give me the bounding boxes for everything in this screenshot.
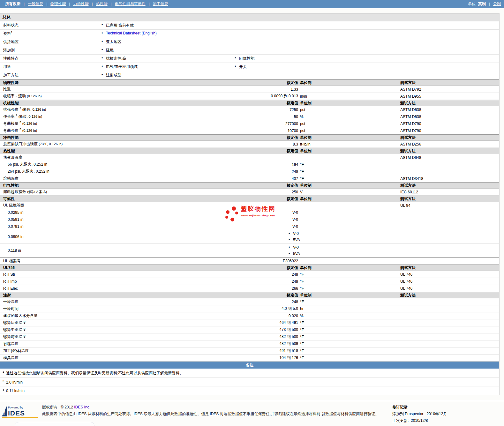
general-row-label: 资料1 (0, 31, 102, 36)
property-row: 螺筒后部温度464 到 491°F (0, 319, 499, 326)
property-unit: °F (298, 286, 400, 291)
general-row: 供货地区•亚太地区 (0, 38, 499, 46)
property-unit: ft·lb/in (298, 142, 400, 146)
updated-label: 上次更新: (392, 418, 409, 423)
footer-text: 版权所有 © 2012 IDES Inc. 此数据表中的信息由 IDES 从该材… (38, 404, 392, 424)
footnote-number: 2 (3, 379, 4, 383)
general-row-label: 供货地区 (0, 39, 102, 45)
property-test-method: ASTM D792 (400, 87, 499, 92)
nav-item-2[interactable]: 物理性能 (50, 1, 66, 7)
nav-item-3[interactable]: 力学性能 (73, 1, 88, 7)
unit-metric-link[interactable]: 公制 (493, 1, 501, 7)
column-header-value: 额定值 (245, 196, 298, 202)
property-value: 248 (245, 300, 298, 304)
added-value: 2010年12月 (426, 412, 447, 416)
property-unit: in/in (298, 94, 400, 99)
property-label: 熔融温度 (0, 176, 245, 181)
property-value: 482 到 500 (245, 334, 298, 340)
ad-banner-box[interactable] (15, 422, 94, 426)
property-row: 伸长率 2 (断裂, 0.126 in)50%ASTM D638 (0, 113, 499, 120)
property-value: 0.0090 到 0.013 (245, 93, 298, 99)
property-row: 射嘴温度482 到 509°F (0, 340, 499, 348)
column-header-unit: 单位制 (298, 183, 400, 188)
nav-separator: | (69, 2, 70, 6)
property-label: 热变形温度 (0, 155, 245, 160)
general-label-text: 供货地区 (3, 40, 19, 44)
footnote-number: 1 (3, 370, 4, 373)
property-value: 10700 (245, 129, 298, 133)
nav-item-4[interactable]: 热性能 (96, 1, 108, 7)
technical-datasheet-link[interactable]: Technical Datasheet (English) (106, 31, 157, 35)
property-unit: psi (298, 108, 400, 112)
column-header-value: 额定值 (245, 265, 298, 271)
property-label-text: 射嘴温度 (3, 341, 19, 346)
property-row: 加工(熔体)温度491 到 518°F (0, 348, 499, 355)
property-value: 248 (245, 279, 298, 284)
nav-separator: | (111, 2, 112, 6)
nav-item-0[interactable]: 所有数据 (5, 1, 20, 7)
general-row-values-1: •Technical Datasheet (English) (102, 31, 235, 35)
property-label: 弯曲模量 3 (0.126 in) (0, 121, 245, 126)
nav-item-6[interactable]: 加工信息 (153, 1, 168, 7)
column-header-method: 测试方法 (400, 80, 499, 86)
property-label-text: 加工(熔体)温度 (3, 348, 29, 353)
bullet-item: •Technical Datasheet (English) (102, 31, 235, 35)
property-label: 悬壁梁缺口冲击强度 (73°F, 0.126 in) (0, 141, 245, 147)
property-row: 66 psi, 未退火, 0.252 in194°F (0, 161, 499, 168)
nav-item-1[interactable]: 一般信息 (28, 1, 43, 7)
general-label-text: 资料 (3, 31, 11, 36)
general-value-text: 抗撞击性,高 (106, 56, 126, 61)
property-label-text: 干燥时间 (3, 306, 19, 311)
nav-item-5[interactable]: 电气性能与可燃性 (115, 1, 146, 7)
footnote-ref: 1 (11, 31, 12, 34)
property-row: 熔融温度437°FASTM D3418 (0, 175, 499, 182)
ides-inc-link[interactable]: IDES Inc. (74, 405, 90, 409)
property-test-method: UL 746 (400, 286, 499, 291)
property-label: UL 阻燃等级 (0, 203, 245, 208)
ides-i-glyph: i (3, 409, 5, 416)
property-label-text: 66 psi, 未退火, 0.252 in (8, 162, 47, 167)
property-value: V-0 (245, 217, 298, 222)
property-test-method: UL 746 (400, 279, 499, 284)
column-header-method: 测试方法 (400, 183, 499, 188)
property-row: 干燥时间4.0 到 5.0hr (0, 305, 499, 312)
property-label-text: 漏电起痕指数 (3, 190, 26, 194)
property-unit: °F (298, 169, 400, 174)
bullet-icon: • (102, 39, 106, 45)
property-value: V-0 (293, 244, 299, 250)
property-value: 491 到 518 (245, 348, 298, 354)
property-value: V-0 (245, 224, 298, 229)
property-label-text: 比重 (3, 87, 11, 91)
property-tables: 物理性能额定值单位制测试方法比重1.33ASTM D792收缩率 - 流动 (0… (0, 79, 499, 362)
general-row: 用途•电气/电子应用领域•开关 (0, 63, 499, 71)
ides-logo-icon: i Powered by IDES (2, 404, 38, 418)
general-row: 材料状态•已商用:当前有效 (0, 21, 499, 30)
column-header-method: 测试方法 (400, 148, 499, 154)
property-value: 482 到 509 (245, 341, 298, 347)
property-row: 螺筒中部温度473 到 500°F (0, 326, 499, 333)
bullet-icon: • (102, 48, 106, 53)
property-label: RTI Str (0, 272, 245, 277)
property-row: 热变形温度ASTM D648 (0, 154, 499, 161)
property-unit: °F (298, 272, 400, 277)
updated-value: 2010/12/8 (411, 418, 428, 423)
section-header: 物理性能额定值单位制测试方法 (0, 79, 499, 86)
property-label: 收缩率 - 流动 (0.126 in) (0, 93, 245, 99)
property-label-text: 干燥温度 (3, 299, 19, 304)
property-row: 模具温度104 到 176°F (0, 355, 499, 362)
property-label-text: 抗张强度 (3, 107, 19, 112)
bullet-icon: • (102, 56, 106, 61)
bullet-item: •电气/电子应用领域 (102, 64, 235, 70)
revision-updated-line: 上次更新: 2010/12/8 (392, 417, 501, 424)
property-label: RTI Imp (0, 279, 245, 284)
property-condition: (0.126 in) (27, 94, 41, 98)
property-unit: °F (298, 342, 400, 346)
general-value-text: 电气/电子应用领域 (106, 64, 138, 70)
property-row: RTI Str248°FUL 746 (0, 271, 499, 278)
general-row-label: 加工方法 (0, 72, 102, 78)
property-value: 248 (245, 272, 298, 277)
general-label-text: 材料状态 (3, 23, 19, 27)
section-header: 冲击性能额定值单位制测试方法 (0, 134, 499, 141)
section-header: UL746额定值单位制测试方法 (0, 265, 499, 271)
property-test-method: UL 746 (400, 272, 499, 277)
